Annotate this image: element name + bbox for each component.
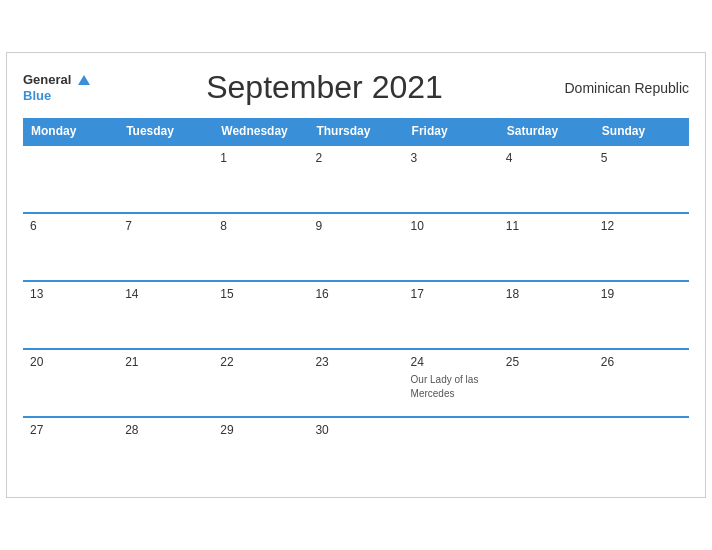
- day-number: 27: [30, 423, 111, 437]
- logo-general-text: General: [23, 72, 71, 87]
- calendar-day-cell: [23, 145, 118, 213]
- day-number: 18: [506, 287, 587, 301]
- day-number: 4: [506, 151, 587, 165]
- weekday-header: Wednesday: [213, 118, 308, 145]
- weekday-header: Tuesday: [118, 118, 213, 145]
- weekday-header-row: MondayTuesdayWednesdayThursdayFridaySatu…: [23, 118, 689, 145]
- calendar-country: Dominican Republic: [559, 80, 689, 96]
- calendar-day-cell: 13: [23, 281, 118, 349]
- calendar-day-cell: 11: [499, 213, 594, 281]
- calendar-container: General Blue September 2021 Dominican Re…: [6, 52, 706, 498]
- calendar-day-cell: 22: [213, 349, 308, 417]
- calendar-day-cell: 4: [499, 145, 594, 213]
- calendar-day-cell: 21: [118, 349, 213, 417]
- calendar-day-cell: 24Our Lady of las Mercedes: [404, 349, 499, 417]
- calendar-day-cell: 10: [404, 213, 499, 281]
- weekday-header: Sunday: [594, 118, 689, 145]
- calendar-header: General Blue September 2021 Dominican Re…: [23, 69, 689, 106]
- calendar-day-cell: 1: [213, 145, 308, 213]
- day-number: 5: [601, 151, 682, 165]
- calendar-day-cell: 23: [308, 349, 403, 417]
- day-number: 21: [125, 355, 206, 369]
- day-number: 2: [315, 151, 396, 165]
- day-number: 15: [220, 287, 301, 301]
- calendar-day-cell: [594, 417, 689, 485]
- calendar-day-cell: 14: [118, 281, 213, 349]
- calendar-day-cell: 19: [594, 281, 689, 349]
- day-number: 6: [30, 219, 111, 233]
- calendar-day-cell: 28: [118, 417, 213, 485]
- day-number: 20: [30, 355, 111, 369]
- calendar-day-cell: 8: [213, 213, 308, 281]
- calendar-table: MondayTuesdayWednesdayThursdayFridaySatu…: [23, 118, 689, 485]
- day-number: 16: [315, 287, 396, 301]
- day-number: 13: [30, 287, 111, 301]
- day-number: 22: [220, 355, 301, 369]
- calendar-day-cell: 6: [23, 213, 118, 281]
- day-number: 26: [601, 355, 682, 369]
- calendar-day-cell: 25: [499, 349, 594, 417]
- day-number: 1: [220, 151, 301, 165]
- day-number: 9: [315, 219, 396, 233]
- logo: General Blue: [23, 72, 90, 103]
- calendar-day-cell: 18: [499, 281, 594, 349]
- day-number: 3: [411, 151, 492, 165]
- calendar-week-row: 6789101112: [23, 213, 689, 281]
- day-number: 28: [125, 423, 206, 437]
- weekday-header: Monday: [23, 118, 118, 145]
- day-number: 12: [601, 219, 682, 233]
- day-number: 23: [315, 355, 396, 369]
- calendar-week-row: 2021222324Our Lady of las Mercedes2526: [23, 349, 689, 417]
- day-number: 17: [411, 287, 492, 301]
- logo-triangle-icon: [78, 75, 90, 85]
- calendar-day-cell: 17: [404, 281, 499, 349]
- day-number: 29: [220, 423, 301, 437]
- logo-blue-text: Blue: [23, 88, 51, 104]
- calendar-day-cell: 20: [23, 349, 118, 417]
- holiday-label: Our Lady of las Mercedes: [411, 374, 479, 399]
- calendar-day-cell: 15: [213, 281, 308, 349]
- day-number: 19: [601, 287, 682, 301]
- calendar-week-row: 12345: [23, 145, 689, 213]
- calendar-day-cell: [118, 145, 213, 213]
- weekday-header: Friday: [404, 118, 499, 145]
- day-number: 11: [506, 219, 587, 233]
- calendar-day-cell: 16: [308, 281, 403, 349]
- calendar-day-cell: 3: [404, 145, 499, 213]
- day-number: 24: [411, 355, 492, 369]
- calendar-day-cell: 26: [594, 349, 689, 417]
- calendar-day-cell: 30: [308, 417, 403, 485]
- calendar-day-cell: 7: [118, 213, 213, 281]
- weekday-header: Thursday: [308, 118, 403, 145]
- calendar-day-cell: 29: [213, 417, 308, 485]
- calendar-day-cell: [404, 417, 499, 485]
- day-number: 30: [315, 423, 396, 437]
- day-number: 8: [220, 219, 301, 233]
- weekday-header: Saturday: [499, 118, 594, 145]
- day-number: 14: [125, 287, 206, 301]
- calendar-title: September 2021: [90, 69, 559, 106]
- calendar-day-cell: 27: [23, 417, 118, 485]
- calendar-day-cell: 9: [308, 213, 403, 281]
- logo-top: General: [23, 72, 90, 88]
- calendar-day-cell: 12: [594, 213, 689, 281]
- day-number: 25: [506, 355, 587, 369]
- calendar-day-cell: [499, 417, 594, 485]
- calendar-day-cell: 2: [308, 145, 403, 213]
- calendar-week-row: 13141516171819: [23, 281, 689, 349]
- calendar-week-row: 27282930: [23, 417, 689, 485]
- calendar-day-cell: 5: [594, 145, 689, 213]
- day-number: 10: [411, 219, 492, 233]
- day-number: 7: [125, 219, 206, 233]
